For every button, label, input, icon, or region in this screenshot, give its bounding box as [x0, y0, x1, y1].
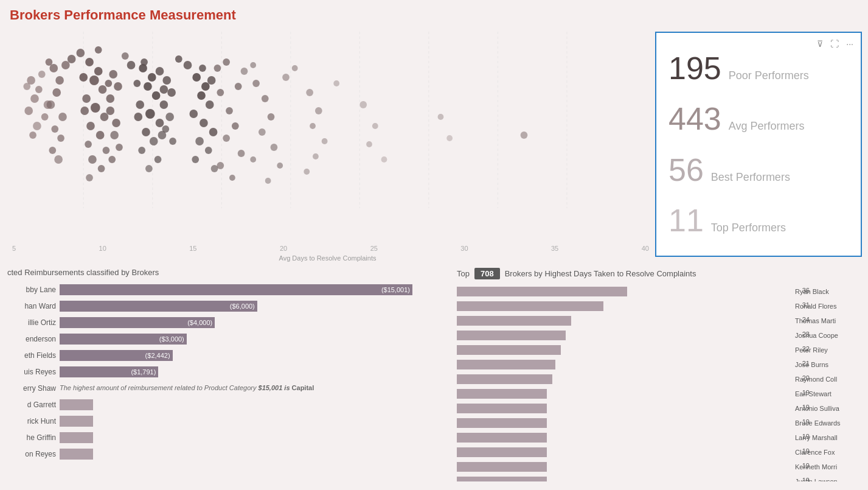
broker-row: 21Jose Burns	[457, 359, 856, 371]
reimb-row-name: erry Shaw	[7, 384, 56, 393]
reimb-row: illie Ortiz($4,000)	[7, 316, 437, 329]
svg-point-114	[359, 101, 367, 108]
broker-row: 24Thomas Marti	[457, 315, 856, 327]
reimb-row: on Reyes	[7, 447, 437, 461]
broker-bar-value: 19	[802, 418, 810, 425]
svg-point-62	[142, 128, 150, 136]
reimbursements-chart: bby Lane($15,001)han Ward($6,000)illie O…	[7, 283, 437, 461]
broker-row: 36Ryan Black	[457, 285, 856, 298]
broker-row: 31Ronald Flores	[457, 300, 856, 312]
reimb-bar-container	[60, 416, 437, 427]
broker-bar	[457, 477, 547, 481]
svg-point-26	[54, 155, 63, 164]
reimb-row-name: han Ward	[7, 302, 56, 310]
svg-point-102	[268, 113, 275, 121]
svg-point-41	[98, 165, 105, 172]
svg-point-104	[271, 144, 278, 151]
reimb-row: bby Lane($15,001)	[7, 283, 437, 296]
broker-row: 23Joshua Coope	[457, 329, 856, 341]
svg-point-130	[250, 62, 256, 68]
scatter-axis-label: Avg Days to Resolve Complaints	[279, 254, 377, 262]
broker-bar-area: 36	[457, 287, 793, 296]
scatter-plot-area: 510152025303540 Avg Days to Resolve Comp…	[0, 26, 655, 263]
svg-point-17	[23, 83, 30, 90]
reimb-row-name: he Griffin	[7, 433, 56, 442]
broker-bar	[457, 345, 561, 355]
broker-row: 19Bruce Edwards	[457, 417, 856, 429]
reimb-row-name: bby Lane	[7, 285, 56, 294]
svg-point-74	[167, 88, 176, 97]
svg-point-38	[85, 141, 92, 148]
svg-point-105	[250, 156, 256, 163]
svg-point-57	[144, 82, 152, 91]
broker-row: 19Clarence Fox	[457, 446, 856, 458]
reimb-row-name: eth Fields	[7, 351, 56, 360]
reimb-bar: ($15,001)	[60, 284, 412, 295]
svg-point-113	[304, 169, 310, 175]
filter-icon[interactable]: ⊽	[814, 38, 825, 50]
more-icon[interactable]: ···	[844, 38, 856, 50]
scatter-x-ticks: 510152025303540	[12, 245, 649, 252]
svg-point-127	[214, 65, 221, 72]
svg-point-64	[138, 147, 145, 154]
brokers-title-row: Top 708 Brokers by Highest Days Taken to…	[457, 268, 856, 279]
broker-bar-area: 23	[457, 331, 793, 340]
svg-point-61	[156, 119, 164, 127]
svg-point-85	[209, 128, 218, 136]
reimb-row-name: d Garrett	[7, 401, 56, 409]
svg-point-133	[333, 80, 339, 86]
broker-bar-value: 23	[802, 331, 810, 338]
svg-point-19	[55, 76, 64, 85]
broker-bar-value: 19	[802, 433, 810, 440]
reimb-row: he Griffin	[7, 431, 437, 444]
svg-point-65	[155, 156, 162, 163]
svg-point-116	[366, 141, 372, 147]
reimb-bar-container	[60, 432, 437, 443]
broker-row: 20Raymond Coll	[457, 373, 856, 385]
svg-point-111	[322, 138, 328, 144]
kpi-avg-row: 443 Avg Performers	[668, 103, 849, 135]
broker-bar-area: 24	[457, 316, 793, 326]
svg-point-73	[162, 76, 171, 85]
kpi-top-label: Top Performers	[711, 222, 786, 234]
reimb-row: erry ShawThe highest amount of reimburse…	[7, 382, 437, 395]
brokers-title-prefix: Top	[457, 269, 470, 278]
svg-point-30	[94, 67, 103, 75]
reimb-bar: ($2,442)	[60, 350, 173, 361]
svg-point-122	[76, 49, 85, 57]
svg-point-29	[85, 58, 94, 66]
svg-point-10	[30, 94, 39, 103]
svg-point-23	[51, 125, 58, 133]
svg-point-56	[148, 73, 156, 82]
reimb-bar-container: ($3,000)	[60, 334, 437, 345]
svg-point-20	[52, 88, 61, 97]
reimb-row-name: on Reyes	[7, 450, 56, 458]
svg-point-120	[521, 131, 528, 139]
svg-point-24	[57, 135, 64, 142]
svg-point-96	[223, 135, 230, 142]
svg-point-84	[200, 119, 208, 127]
kpi-poor-row: 195 Poor Performers	[668, 52, 849, 84]
broker-bar-value: 20	[802, 374, 810, 382]
broker-bar-area: 19	[457, 462, 793, 472]
svg-point-36	[86, 122, 95, 130]
broker-bar-area: 19	[457, 433, 793, 443]
svg-point-93	[226, 107, 233, 114]
svg-point-124	[127, 61, 136, 69]
brokers-panel: Top 708 Brokers by Highest Days Taken to…	[450, 263, 863, 481]
svg-point-39	[103, 147, 110, 154]
svg-point-125	[175, 55, 182, 63]
reimb-bar-label: ($6,000)	[230, 303, 255, 310]
reimbursements-panel: cted Reimbursements classified by Broker…	[0, 263, 445, 481]
svg-point-53	[116, 144, 123, 151]
fullscreen-icon[interactable]: ⛶	[828, 38, 841, 50]
brokers-chart: 36Ryan Black31Ronald Flores24Thomas Mart…	[457, 285, 856, 481]
svg-point-131	[282, 74, 290, 81]
svg-point-95	[232, 122, 239, 130]
broker-row: 22Peter Riley	[457, 344, 856, 356]
svg-point-69	[160, 85, 168, 94]
svg-point-12	[24, 107, 33, 115]
broker-bar	[457, 447, 547, 457]
svg-point-28	[61, 61, 70, 69]
reimb-row: han Ward($6,000)	[7, 299, 437, 313]
